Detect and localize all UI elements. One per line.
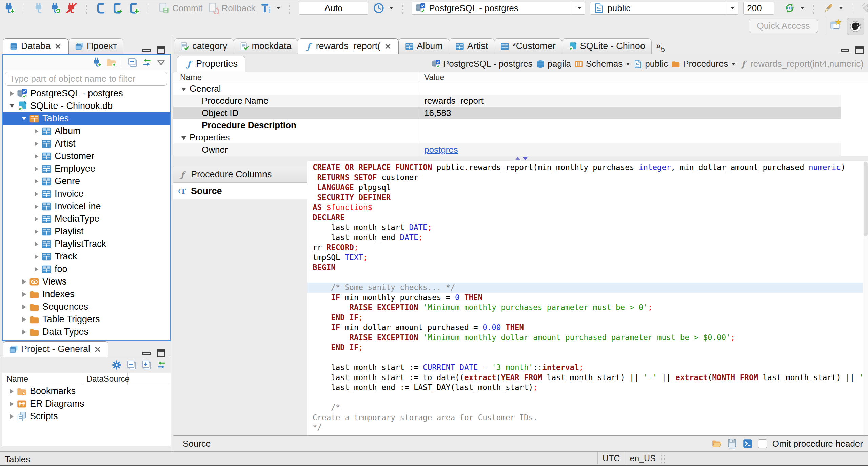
tree-item-sequences[interactable]: Sequences <box>3 300 170 313</box>
active-schema-combo[interactable]: public <box>590 2 738 15</box>
chevron-right-icon[interactable] <box>19 305 29 309</box>
chevron-right-icon[interactable] <box>31 167 41 171</box>
tree-item-table-triggers[interactable]: Table Triggers <box>3 313 170 326</box>
chevron-right-icon[interactable] <box>31 192 41 196</box>
tab-properties[interactable]: ƒ Properties <box>177 56 245 72</box>
property-row-object-id[interactable]: Object ID16,583 <box>173 107 868 119</box>
rollback-button[interactable]: Rollback <box>208 2 256 14</box>
chevron-down-icon[interactable] <box>181 88 186 91</box>
breadcrumb-item-postgresql-postgres[interactable]: PostgreSQL - postgres <box>432 59 533 69</box>
chevron-right-icon[interactable] <box>19 279 29 284</box>
chevron-down-icon[interactable] <box>19 117 29 120</box>
new-sql-editor-icon[interactable] <box>128 2 140 14</box>
open-perspective-icon[interactable] <box>830 19 842 31</box>
tree-item-indexes[interactable]: Indexes <box>3 288 170 300</box>
maximize-icon[interactable] <box>157 46 165 54</box>
auto-refresh-button[interactable] <box>784 2 804 14</box>
sql-editor-icon[interactable] <box>96 2 107 14</box>
tree-item-postgresql-postgres[interactable]: PostgreSQL - postgres <box>3 87 170 100</box>
chevron-right-icon[interactable] <box>31 204 41 209</box>
maximize-icon[interactable] <box>157 349 165 357</box>
chevron-right-icon[interactable] <box>31 154 41 159</box>
tree-item-genre[interactable]: Genre <box>3 175 170 188</box>
chevron-right-icon[interactable] <box>31 217 41 221</box>
tree-item-tables[interactable]: Tables <box>3 112 170 125</box>
new-connection-icon[interactable] <box>3 2 15 14</box>
dbeaver-perspective-button[interactable] <box>847 18 864 35</box>
collapse-all-icon[interactable] <box>126 360 137 370</box>
sql-source-code[interactable]: CREATE OR REPLACE FUNCTION public.reward… <box>307 162 863 435</box>
save-to-file-icon[interactable] <box>727 439 737 449</box>
minimize-icon[interactable] <box>841 49 849 52</box>
breadcrumb-item-schemas[interactable]: Schemas <box>574 59 630 69</box>
tree-item-playlist[interactable]: Playlist <box>3 225 170 238</box>
splitter-down-icon[interactable] <box>522 157 528 160</box>
new-folder-icon[interactable] <box>106 57 116 67</box>
tree-item-mediatype[interactable]: MediaType <box>3 213 170 225</box>
connect-icon[interactable] <box>33 2 45 14</box>
column-name[interactable]: Name <box>173 72 420 82</box>
editor-tab-rewards-report-[interactable]: ƒrewards_report( <box>298 38 399 54</box>
breadcrumb-item-rewards-report-int4-numeric-[interactable]: ƒrewards_report(int4,numeric) <box>739 59 864 69</box>
load-from-file-icon[interactable] <box>711 439 722 449</box>
editor-tab-category[interactable]: category <box>174 38 234 54</box>
commit-mode-combo[interactable]: Auto <box>299 2 368 15</box>
chevron-down-icon[interactable] <box>181 136 186 140</box>
properties-scroll-gutter[interactable] <box>841 82 868 156</box>
chevron-right-icon[interactable] <box>6 402 17 406</box>
object-filter-input[interactable] <box>5 72 167 86</box>
active-connection-combo[interactable]: PostgreSQL - postgres <box>412 2 585 15</box>
column-name[interactable]: Name <box>2 373 83 385</box>
status-grip[interactable] <box>661 454 665 463</box>
editor-tab-mockdata[interactable]: mockdata <box>234 38 298 54</box>
chevron-right-icon[interactable] <box>19 292 29 297</box>
collapse-all-icon[interactable] <box>127 57 138 67</box>
link-with-editor-icon[interactable] <box>156 360 166 370</box>
source-editor[interactable]: CREATE OR REPLACE FUNCTION public.reward… <box>307 161 868 435</box>
property-row-procedure-name[interactable]: Procedure Namerewards_report <box>173 95 868 107</box>
chevron-down-icon[interactable] <box>731 63 735 65</box>
tree-item-data-types[interactable]: Data Types <box>3 326 170 338</box>
project-item-er-diagrams[interactable]: ER Diagrams <box>2 397 171 410</box>
tree-item-views[interactable]: Views <box>3 275 170 288</box>
tab-overflow-button[interactable]: »5 <box>651 39 667 54</box>
subtab-procedure-columns[interactable]: ƒProcedure Columns <box>173 167 307 182</box>
project-item-bookmarks[interactable]: Bookmarks <box>2 385 171 397</box>
tab-projects[interactable]: Проект <box>68 38 123 54</box>
fetch-size-input[interactable]: 200 <box>743 2 774 15</box>
breadcrumb-item-procedures[interactable]: Procedures <box>671 59 735 69</box>
editor-tab--customer[interactable]: *Customer <box>494 38 562 54</box>
new-connection-icon[interactable] <box>92 57 102 67</box>
editor-tab-album[interactable]: Album <box>398 38 449 54</box>
maximize-icon[interactable] <box>855 46 864 54</box>
chevron-right-icon[interactable] <box>31 242 41 247</box>
reconnect-icon[interactable] <box>50 2 61 14</box>
chevron-right-icon[interactable] <box>31 254 41 259</box>
commit-button[interactable]: Commit <box>158 2 203 14</box>
property-row-properties[interactable]: Properties <box>173 131 868 143</box>
open-sql-script-icon[interactable] <box>112 2 123 14</box>
tree-item-invoice[interactable]: Invoice <box>3 188 170 200</box>
owner-link[interactable]: postgres <box>424 144 458 155</box>
chevron-right-icon[interactable] <box>31 129 41 134</box>
quick-access-input[interactable] <box>749 19 818 33</box>
omit-procedure-header-checkbox[interactable] <box>758 439 767 448</box>
chevron-right-icon[interactable] <box>31 179 41 184</box>
chevron-right-icon[interactable] <box>6 414 17 419</box>
vertical-scrollbar[interactable] <box>863 161 868 435</box>
tree-item-foo[interactable]: foo <box>3 263 170 275</box>
persist-console-icon[interactable] <box>743 439 753 449</box>
tree-item-album[interactable]: Album <box>3 125 170 137</box>
pane-splitter[interactable] <box>173 156 868 161</box>
chevron-right-icon[interactable] <box>31 267 41 272</box>
transaction-history-button[interactable] <box>373 2 393 14</box>
tree-item-invoiceline[interactable]: InvoiceLine <box>3 200 170 213</box>
chevron-right-icon[interactable] <box>31 141 41 146</box>
splitter-up-icon[interactable] <box>515 157 520 160</box>
minimize-icon[interactable] <box>142 49 151 52</box>
tree-item-artist[interactable]: Artist <box>3 137 170 150</box>
editor-tab-sqlite-chinoo[interactable]: SQLite - Chinoo <box>562 38 652 54</box>
subtab-source[interactable]: TSource <box>173 182 307 199</box>
tree-item-sqlite-chinook-db[interactable]: SQLite - Chinook.db <box>3 100 170 112</box>
chevron-right-icon[interactable] <box>19 330 29 334</box>
